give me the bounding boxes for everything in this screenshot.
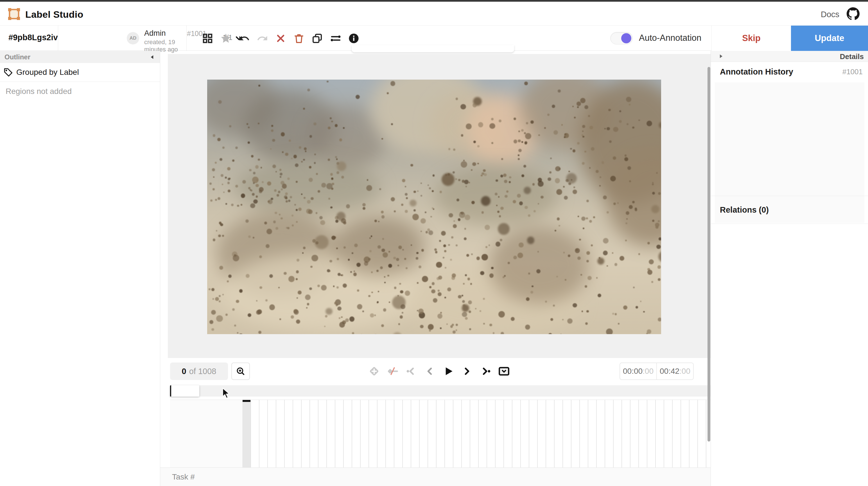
- redo-icon[interactable]: [257, 33, 268, 44]
- details-panel: Details Annotation History #1001 Relatio…: [711, 51, 868, 486]
- zoom-button[interactable]: [231, 363, 250, 380]
- toolbar-actions: [202, 26, 360, 51]
- annotation-history-title: Annotation History: [720, 67, 793, 77]
- overlay-toggle-icon[interactable]: [498, 365, 510, 377]
- frame-current[interactable]: 0: [182, 367, 186, 376]
- timeline-labels-column: [170, 400, 243, 468]
- annotator-name: Admin: [144, 29, 166, 38]
- toggle-knob: [621, 33, 631, 43]
- playhead-cap: [243, 400, 250, 402]
- next-keypoint-icon[interactable]: [479, 365, 492, 377]
- time-current[interactable]: 00:00:00: [620, 363, 657, 380]
- prev-frame-icon[interactable]: [424, 365, 436, 377]
- video-frame[interactable]: [207, 80, 661, 334]
- star-icon[interactable]: [220, 33, 231, 44]
- next-frame-icon[interactable]: [461, 365, 473, 377]
- frame-total-label: of 1008: [189, 367, 216, 376]
- regions-empty-text: Regions not added: [6, 87, 72, 96]
- video-controls: 0 of 1008: [168, 358, 711, 385]
- task-footer: Task #: [160, 467, 711, 486]
- outliner-title: Outliner: [4, 53, 30, 61]
- prev-keypoint-icon[interactable]: [405, 365, 417, 377]
- details-header: Details: [711, 51, 868, 62]
- duplicate-icon[interactable]: [311, 33, 323, 44]
- label-studio-logo-icon: [8, 8, 20, 20]
- zoom-in-icon: [236, 367, 245, 376]
- annotation-history-id: #1001: [842, 67, 863, 76]
- reject-icon[interactable]: [275, 33, 286, 44]
- interpolation-icon[interactable]: [386, 365, 399, 377]
- details-title: Details: [840, 52, 864, 61]
- delete-icon[interactable]: [293, 33, 305, 44]
- relations-icon[interactable]: [330, 33, 341, 44]
- auto-annotation-toggle[interactable]: [610, 32, 633, 45]
- app-title: Label Studio: [25, 9, 83, 20]
- time-display: 00:00:00 00:42:00: [620, 363, 694, 380]
- vertical-scrollbar[interactable]: [708, 67, 710, 441]
- add-region-icon[interactable]: [368, 365, 380, 377]
- timeline-grid[interactable]: [250, 400, 711, 468]
- floating-toolbar-partial: [352, 45, 514, 52]
- undo-icon[interactable]: [238, 33, 250, 44]
- tag-icon: [3, 67, 13, 77]
- group-by-selector[interactable]: Grouped by Label: [0, 63, 160, 82]
- expand-right-icon[interactable]: [718, 53, 724, 60]
- time-current-main: 00:00: [623, 367, 643, 376]
- time-total: 00:42:00: [657, 363, 694, 380]
- annotation-history-header: Annotation History #1001: [711, 62, 868, 82]
- seek-handle[interactable]: [170, 385, 199, 397]
- outliner-panel: Outliner Grouped by Label Regions not ad…: [0, 51, 160, 486]
- time-total-frames: :00: [679, 367, 690, 376]
- grid-view-icon[interactable]: [202, 33, 213, 44]
- frames-timeline[interactable]: [170, 400, 711, 467]
- time-total-main: 00:42: [660, 367, 679, 376]
- annotation-selector[interactable]: AD Admin #1001 created, 19 minutes ago 1…: [58, 26, 187, 51]
- update-button[interactable]: Update: [791, 26, 868, 51]
- seek-minimap[interactable]: [170, 385, 711, 397]
- collapse-left-icon[interactable]: [149, 53, 156, 61]
- task-number-label: Task #: [172, 473, 195, 482]
- outliner-header: Outliner: [0, 51, 160, 63]
- group-by-label: Grouped by Label: [16, 68, 79, 77]
- frame-counter[interactable]: 0 of 1008: [170, 363, 228, 380]
- play-icon[interactable]: [442, 365, 455, 377]
- task-id-cell: #9pb8Lgs2iv: [0, 26, 58, 51]
- docs-link[interactable]: Docs: [821, 10, 839, 19]
- github-icon[interactable]: [847, 7, 860, 20]
- annotator-avatar: AD: [127, 32, 139, 45]
- info-icon[interactable]: [348, 33, 360, 44]
- label-studio-app: Label Studio Docs #9pb8Lgs2iv AD Admin #…: [0, 0, 868, 486]
- video-canvas: [168, 54, 711, 358]
- skip-button[interactable]: Skip: [711, 26, 791, 51]
- relations-header: Relations (0): [711, 196, 868, 224]
- playback-controls: [360, 363, 518, 380]
- auto-annotation-label: Auto-Annotation: [639, 33, 701, 43]
- task-id: #9pb8Lgs2iv: [8, 33, 58, 42]
- timeline-playhead[interactable]: [243, 400, 250, 468]
- app-header: Label Studio Docs: [0, 2, 868, 25]
- time-current-frames: :00: [643, 367, 654, 376]
- relations-title: Relations (0): [720, 205, 769, 215]
